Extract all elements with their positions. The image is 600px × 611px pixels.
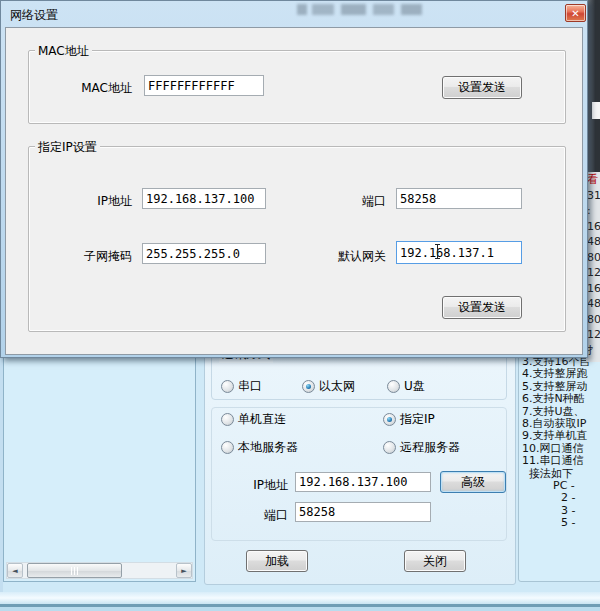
network-settings-dialog: 网络设置 ✕ MAC地址 MAC地址 设置发送 指定IP设置 IP地址 端口 子…: [0, 0, 588, 358]
radio-local-server[interactable]: [221, 441, 234, 454]
radio-ethernet-label: 以太网: [319, 378, 355, 395]
radio-ethernet[interactable]: [302, 380, 315, 393]
ip-address-label: IP地址: [36, 193, 132, 210]
radio-usb-label: U盘: [404, 378, 425, 395]
scroll-left-arrow-icon[interactable]: ◄: [7, 563, 23, 578]
main-ip-label: IP地址: [240, 477, 288, 494]
subnet-mask-input[interactable]: [142, 243, 266, 264]
radio-usb[interactable]: [387, 380, 400, 393]
load-button[interactable]: 加载: [246, 550, 308, 572]
specified-ip-group-title: 指定IP设置: [35, 139, 100, 156]
gateway-label: 默认网关: [294, 248, 386, 265]
mac-send-button[interactable]: 设置发送: [442, 76, 522, 99]
port-input[interactable]: [396, 188, 522, 209]
radio-specified-ip[interactable]: [383, 413, 396, 426]
window-bottom-frame: [0, 592, 600, 604]
right-edge-text-fragments: 看 31 : 16 48 80 12 16 48 80 12 扌: [586, 172, 600, 362]
scrollbar-thumb[interactable]: [27, 563, 122, 578]
radio-serial-label: 串口: [238, 378, 262, 395]
radio-serial[interactable]: [221, 380, 234, 393]
ip-address-input[interactable]: [142, 188, 266, 209]
radio-direct-connect[interactable]: [221, 413, 234, 426]
background-window-title-glimpse: [297, 4, 422, 15]
main-port-label: 端口: [240, 507, 288, 524]
port-label: 端口: [302, 193, 386, 210]
scroll-right-arrow-icon[interactable]: ►: [176, 563, 192, 578]
dark-display-scroll-notch: [592, 102, 600, 119]
gateway-input[interactable]: [396, 241, 522, 264]
main-close-button[interactable]: 关闭: [404, 550, 466, 572]
radio-direct-connect-label: 单机直连: [238, 411, 286, 428]
ip-send-button[interactable]: 设置发送: [442, 296, 522, 319]
screen: ◄ ► 通讯方式 串口 以太网 U盘 单机直连 指定IP 本地服务器 远程服务器…: [0, 0, 600, 611]
main-ip-input[interactable]: [295, 472, 431, 492]
radio-specified-ip-label: 指定IP: [400, 411, 435, 428]
subnet-mask-label: 子网掩码: [36, 248, 132, 265]
horizontal-scrollbar[interactable]: ◄ ►: [6, 562, 193, 579]
instructions-text: 3.支持16个自 4.支持整屏跑 5.支持整屏动 6.支持N种酷 7.支持U盘、…: [522, 356, 600, 580]
advanced-button[interactable]: 高级: [440, 471, 506, 493]
radio-remote-server[interactable]: [383, 441, 396, 454]
mac-input[interactable]: [144, 75, 264, 96]
dark-display-sliver: [588, 0, 600, 172]
scrollbar-track[interactable]: [23, 563, 176, 578]
radio-local-server-label: 本地服务器: [238, 439, 298, 456]
mac-field-label: MAC地址: [36, 80, 132, 97]
mac-group-title: MAC地址: [35, 43, 92, 60]
ibeam-cursor: [434, 244, 442, 260]
dialog-client-area: MAC地址 MAC地址 设置发送 指定IP设置 IP地址 端口 子网掩码 默认网…: [5, 27, 583, 355]
radio-remote-server-label: 远程服务器: [400, 439, 460, 456]
close-icon[interactable]: ✕: [565, 4, 586, 22]
main-port-input[interactable]: [295, 502, 431, 522]
window-bottom-frame-light: [0, 607, 600, 611]
dialog-title: 网络设置: [10, 7, 58, 24]
